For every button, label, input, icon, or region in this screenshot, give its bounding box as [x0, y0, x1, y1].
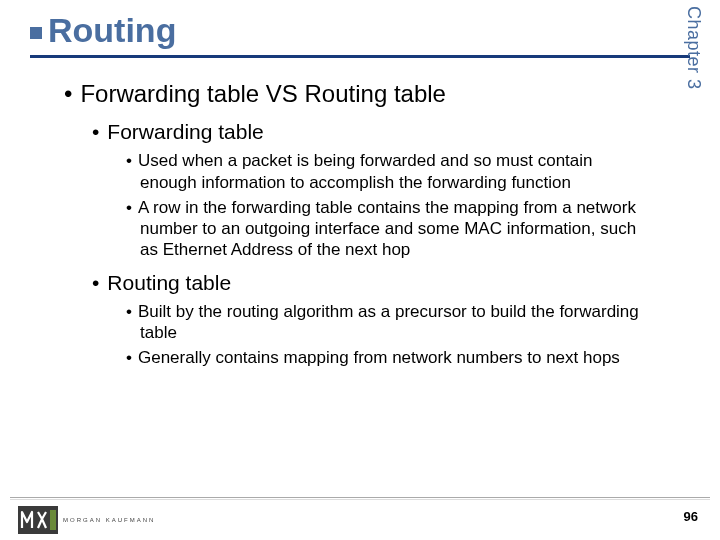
bullet-icon: •	[126, 302, 132, 321]
bullet-text: Used when a packet is being forwarded an…	[138, 151, 593, 191]
bullet-level3: •Used when a packet is being forwarded a…	[126, 150, 670, 193]
bullet-level3: •Generally contains mapping from network…	[126, 347, 670, 368]
bullet-level2: •Forwarding table	[92, 120, 670, 144]
bullet-text: A row in the forwarding table contains t…	[138, 198, 636, 260]
title-row: Routing	[30, 12, 690, 53]
title-bullet-icon	[30, 27, 42, 39]
slide-title: Routing	[48, 12, 176, 49]
bullet-level2: •Routing table	[92, 271, 670, 295]
content-area: •Forwarding table VS Routing table •Forw…	[30, 58, 690, 368]
bullet-text: Forwarding table VS Routing table	[80, 80, 446, 107]
bullet-icon: •	[92, 120, 99, 143]
bullet-icon: •	[126, 151, 132, 170]
bullet-icon: •	[126, 198, 132, 217]
bullet-text: Built by the routing algorithm as a prec…	[138, 302, 639, 342]
mk-logo-icon	[18, 506, 58, 534]
bullet-icon: •	[64, 80, 72, 107]
bullet-text: Routing table	[107, 271, 231, 294]
bullet-text: Forwarding table	[107, 120, 263, 143]
bullet-icon: •	[92, 271, 99, 294]
bullet-icon: •	[126, 348, 132, 367]
publisher-name: MORGAN KAUFMANN	[63, 517, 155, 523]
bullet-level3: •A row in the forwarding table contains …	[126, 197, 670, 261]
bullet-level3: •Built by the routing algorithm as a pre…	[126, 301, 670, 344]
bullet-text: Generally contains mapping from network …	[138, 348, 620, 367]
chapter-label: Chapter 3	[683, 6, 704, 90]
page-number: 96	[684, 509, 698, 524]
footer-divider	[10, 499, 710, 500]
bullet-level1: •Forwarding table VS Routing table	[64, 80, 670, 108]
publisher-logo: MORGAN KAUFMANN	[18, 506, 155, 534]
footer-divider	[10, 497, 710, 498]
slide: Chapter 3 Routing •Forwarding table VS R…	[0, 0, 720, 540]
svg-rect-1	[50, 510, 56, 530]
